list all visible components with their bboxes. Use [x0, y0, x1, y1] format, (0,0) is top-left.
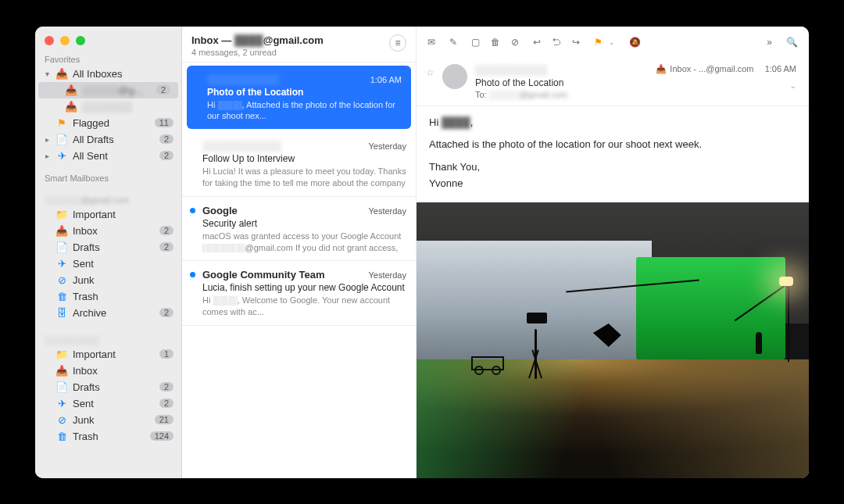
toolbar: ✉︎ ✎ ▢ 🗑 ⊘ ↩︎ ⮌ ↪︎ ⚑ ⌄ 🔕 » 🔍	[417, 27, 809, 58]
sidebar-item-label: Trash	[73, 291, 173, 302]
message-list-pane: Inbox — ████@gmail.com 4 messages, 2 unr…	[182, 27, 417, 478]
sidebar-item-label: Sent	[73, 258, 173, 270]
sidebar-item-drafts[interactable]: 📄Drafts2	[35, 379, 181, 395]
message-from: Google	[202, 205, 238, 216]
sidebar-item-all-inboxes[interactable]: ▾ 📥 All Inboxes	[35, 66, 181, 82]
reader-subject: Photo of the Location	[475, 77, 648, 88]
sent-icon: ✈︎	[55, 258, 68, 270]
unread-count: 2	[159, 226, 173, 235]
sidebar-item-inbox[interactable]: 📥Inbox	[35, 363, 181, 379]
inbox-icon: 📥	[65, 84, 77, 96]
doc-icon: 📄	[55, 241, 68, 253]
message-preview: Hi Lucia! It was a pleasure to meet you …	[202, 166, 406, 188]
mute-button[interactable]: 🔕	[629, 37, 641, 48]
message-from: Google Community Team	[202, 269, 325, 281]
account-header-1: ░░░░░░@gmail.com	[35, 192, 181, 206]
unread-dot-icon	[190, 208, 195, 213]
filter-button[interactable]: ≡	[389, 34, 406, 52]
sidebar-item-trash[interactable]: 🗑Trash124	[35, 428, 181, 445]
message-from: ░░░░░░░░░░	[207, 73, 279, 85]
attached-image[interactable]	[417, 202, 809, 478]
account-domain: @gmail.com	[263, 34, 324, 46]
reply-button[interactable]: ↩︎	[533, 37, 541, 48]
sidebar-item-all-drafts[interactable]: ▸ 📄 All Drafts 2	[35, 131, 181, 148]
unread-count: 2	[156, 85, 170, 95]
unread-count: 11	[155, 118, 173, 127]
message-row[interactable]: ░░░░░░░░░░1:06 AM Photo of the Location …	[187, 66, 411, 130]
sidebar-item-label: Drafts	[73, 241, 155, 253]
sidebar-item-important[interactable]: 📁Important1	[35, 346, 181, 363]
unread-count: 2	[159, 242, 173, 252]
reply-all-button[interactable]: ⮌	[552, 37, 561, 48]
trash-icon: 🗑	[55, 431, 68, 442]
reading-pane: ✉︎ ✎ ▢ 🗑 ⊘ ↩︎ ⮌ ↪︎ ⚑ ⌄ 🔕 » 🔍 ☆ ░░░░░░░░	[417, 27, 809, 478]
forward-button[interactable]: ↪︎	[572, 37, 580, 48]
message-header: ☆ ░░░░░░░░░░ Photo of the Location To: ░…	[417, 58, 809, 106]
message-row[interactable]: GoogleYesterday Security alert macOS was…	[182, 197, 416, 262]
sidebar-item-sent[interactable]: ✈︎Sent2	[35, 395, 181, 412]
reader-from: ░░░░░░░░░░	[475, 64, 648, 76]
details-toggle-icon[interactable]: ⌄	[656, 80, 796, 91]
message-subject: Follow Up to Interview	[202, 153, 406, 164]
junk-button[interactable]: ⊘	[511, 37, 519, 48]
sidebar-item-inbox[interactable]: 📥Inbox2	[35, 223, 181, 239]
unread-count: 1	[159, 349, 173, 359]
sidebar-item-label: ░░░░░@g...	[82, 84, 152, 96]
body-line-1: Attached is the photo of the location fo…	[429, 138, 796, 152]
sidebar-item-drafts[interactable]: 📄Drafts2	[35, 239, 181, 256]
sidebar-item-account-inbox-1[interactable]: 📥 ░░░░░@g... 2	[38, 82, 178, 98]
doc-icon: 📄	[55, 134, 68, 145]
sidebar-item-label: Inbox	[73, 365, 173, 377]
search-button[interactable]: 🔍	[786, 37, 798, 48]
message-preview: Hi ░░░░, Attached is the photo of the lo…	[207, 99, 402, 122]
message-time: Yesterday	[368, 270, 406, 280]
flag-menu-chevron-icon[interactable]: ⌄	[609, 38, 615, 46]
sidebar-item-trash[interactable]: 🗑Trash	[35, 288, 181, 305]
sidebar-item-sent[interactable]: ✈︎Sent	[35, 256, 181, 272]
unread-count: 2	[159, 308, 173, 317]
sidebar-item-label: Junk	[73, 414, 150, 426]
sidebar-item-junk[interactable]: ⊘Junk	[35, 272, 181, 288]
zoom-window-button[interactable]	[76, 36, 85, 45]
status-column	[188, 140, 196, 188]
reader-to: To: ░░░░░@gmail.com	[475, 90, 648, 99]
sidebar-item-flagged[interactable]: ⚑ Flagged 11	[35, 115, 181, 131]
minimize-window-button[interactable]	[60, 36, 70, 45]
sidebar-item-account-inbox-2[interactable]: 📥 ░░░░░░░	[35, 98, 181, 115]
archive-button[interactable]: ▢	[471, 37, 480, 48]
sidebar-item-important[interactable]: 📁Important	[35, 206, 181, 223]
sidebar-item-junk[interactable]: ⊘Junk21	[35, 412, 181, 428]
message-subject: Security alert	[202, 218, 406, 229]
body-greeting: Hi	[429, 116, 442, 128]
mail-window: Favorites ▾ 📥 All Inboxes 📥 ░░░░░@g... 2…	[35, 27, 809, 478]
compose-button[interactable]: ✎	[449, 37, 457, 48]
sidebar-item-label: Flagged	[73, 117, 150, 129]
sidebar-item-label: Drafts	[73, 381, 155, 393]
toolbar-overflow-button[interactable]: »	[767, 37, 772, 48]
mailbox-title-prefix: Inbox —	[191, 34, 234, 46]
delete-button[interactable]: 🗑	[491, 37, 500, 48]
sidebar-item-archive[interactable]: 🗄Archive2	[35, 305, 181, 321]
unread-dot-icon	[190, 272, 195, 277]
message-row[interactable]: Google Community TeamYesterday Lucia, fi…	[182, 261, 416, 326]
sidebar-item-all-sent[interactable]: ▸ ✈︎ All Sent 2	[35, 148, 181, 164]
unread-count: 124	[150, 431, 173, 441]
get-mail-button[interactable]: ✉︎	[427, 37, 435, 48]
window-controls	[35, 27, 181, 52]
disclosure-icon[interactable]: ▾	[43, 70, 51, 78]
disclosure-icon[interactable]: ▸	[43, 152, 51, 160]
sidebar: Favorites ▾ 📥 All Inboxes 📥 ░░░░░@g... 2…	[35, 27, 182, 478]
flag-button[interactable]: ⚑	[594, 37, 603, 48]
sent-icon: ✈︎	[55, 398, 68, 409]
vip-star-icon[interactable]: ☆	[426, 64, 435, 99]
account-name-redacted: ████	[234, 34, 263, 46]
message-row[interactable]: ░░░░░░░░░░░Yesterday Follow Up to Interv…	[182, 132, 416, 197]
sender-avatar[interactable]	[442, 64, 467, 89]
message-count-status: 4 messages, 2 unread	[191, 48, 324, 57]
sidebar-item-label: Important	[73, 349, 155, 360]
account-header-2: ░░░░░░░░░	[35, 332, 181, 346]
close-window-button[interactable]	[45, 36, 54, 45]
disclosure-icon[interactable]: ▸	[43, 135, 51, 144]
message-subject: Lucia, finish setting up your new Google…	[202, 282, 406, 293]
unread-count: 2	[159, 382, 173, 391]
